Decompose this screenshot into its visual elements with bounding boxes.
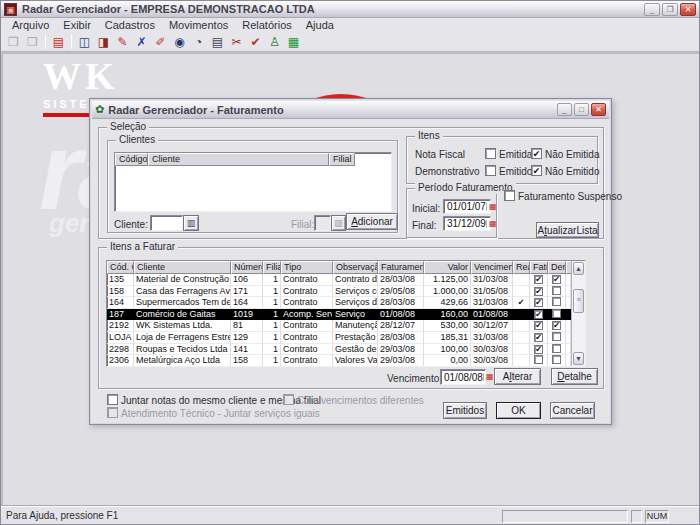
usuario-button[interactable]: ♙ [265,33,284,50]
grid-col-dem-[interactable]: Dem. [548,261,566,274]
grid-row-2306[interactable]: 2306Metalúrgica Aço Ltda1581ContratoValo… [107,355,571,366]
dialog-close-button[interactable]: ✕ [591,103,606,116]
relatorio-button[interactable]: ▤ [208,33,227,50]
dem-checkbox[interactable]: ✔ [552,275,561,284]
grid-col-cod-cl[interactable]: Cód. Cl [107,261,134,274]
dem-checkbox[interactable] [552,297,561,306]
nf-emitida-checkbox[interactable] [485,148,496,159]
dem-checkbox[interactable]: ✔ [552,321,561,330]
dem-checkbox[interactable] [552,332,561,341]
faturamento-suspenso-checkbox[interactable] [504,190,515,201]
confirmar-button[interactable]: ✔ [246,33,265,50]
detalhe-button[interactable]: Detalhe [551,368,598,385]
grid-col-reaj-[interactable]: Reaj. [513,261,530,274]
grid-vertical-scrollbar[interactable]: ▲ ≡ ▼ [571,261,585,366]
dialog-maximize-button[interactable]: □ [574,103,589,116]
ajuste-button[interactable]: ✐ [151,33,170,50]
menu-exibir[interactable]: Exibir [56,18,98,32]
visualizar-button[interactable]: ◉ [170,33,189,50]
ferramentas-button[interactable]: ✂ [227,33,246,50]
empresa-button[interactable]: ▤ [49,33,68,50]
grid-col-filial[interactable]: Filial [263,261,281,274]
grid-col-vencimento[interactable]: Vencimento [471,261,513,274]
plano-contas-button[interactable]: ◫ [75,33,94,50]
cancelar-nota-button[interactable]: ✗ [132,33,151,50]
menu-movimentos[interactable]: Movimentos [162,18,235,32]
plano-contas-icon: ◫ [79,36,90,48]
menu-ajuda[interactable]: Ajuda [299,18,341,32]
cell-faturamento: 28/03/08 [378,274,424,286]
status-bar: Para Ajuda, pressione F1 NUM [1,506,699,524]
dem-nao-emitido-checkbox[interactable]: ✔ [531,165,542,176]
cliente-input[interactable] [150,215,183,231]
cliente-lookup-button[interactable]: ▥ [183,215,199,231]
fatur-checkbox[interactable]: ✔ [534,321,543,330]
monitor-button[interactable]: ▦ [284,33,303,50]
clientes-col-cliente[interactable]: Cliente [148,153,329,166]
juntar-notas-checkbox[interactable] [107,394,118,405]
dem-checkbox[interactable] [552,344,561,353]
editar-nota-button[interactable]: ✎ [113,33,132,50]
inicial-date-input[interactable]: 01/01/07 ▦ [443,199,491,214]
clientes-col-filial[interactable]: Filial [329,153,355,166]
calendar-icon[interactable]: ▦ [486,220,497,228]
cell-dem-checkbox: ✔ [548,274,566,286]
close-button[interactable]: ✕ [680,3,696,16]
grid-col-cliente[interactable]: Cliente [134,261,231,274]
fatur-checkbox[interactable]: ✔ [534,275,543,284]
alterar-button[interactable]: Alterar [494,368,541,385]
final-date-input[interactable]: 31/12/09 ▦ [443,216,491,231]
cell-cod: 135 [107,274,134,286]
scrollbar-thumb[interactable]: ≡ [573,289,584,313]
fatur-checkbox[interactable]: ✔ [534,333,543,342]
restore-button[interactable]: ❐ [662,3,678,16]
cell-cod: 158 [107,286,134,298]
grid-col-fatur-[interactable]: Fatur. [530,261,548,274]
cronometro-button[interactable]: ◔ [189,33,208,50]
dem-checkbox[interactable] [552,355,561,364]
cell-cliente: WK Sistemas Ltda. [134,320,231,332]
fatur-checkbox[interactable]: ✔ [534,310,543,319]
nf-nao-emitida-checkbox[interactable]: ✔ [531,148,542,159]
clientes-col-codigo[interactable]: Código [115,153,148,166]
lancamentos-button[interactable]: ◨ [94,33,113,50]
grid-row-2298[interactable]: 2298Roupas e Tecidos Ltda1411ContratoGes… [107,344,571,356]
grid-col-valor[interactable]: Valor [424,261,471,274]
calendar-icon[interactable]: ▦ [483,373,494,381]
grid-col-faturamento[interactable]: Faturamento [378,261,424,274]
adicionar-button[interactable]: Adicionar [346,213,398,230]
grid-col-numero-c[interactable]: Número/C [231,261,263,274]
fatur-checkbox[interactable]: ✔ [534,287,543,296]
scroll-down-button[interactable]: ▼ [573,352,584,365]
fatur-checkbox[interactable]: ✔ [534,298,543,307]
grid-row-2192[interactable]: 2192WK Sistemas Ltda.811ContratoManutenç… [107,320,571,332]
dem-checkbox[interactable] [552,286,561,295]
grid-col-observacao[interactable]: Observação [333,261,378,274]
grid-row-158[interactable]: 158Casa das Ferragens Avenid1711Contrato… [107,286,571,298]
inicial-date-value: 01/01/07 [447,201,486,212]
cancelar-button[interactable]: Cancelar [550,402,595,419]
dialog-minimize-button[interactable]: _ [557,103,572,116]
ok-button[interactable]: OK [496,402,541,419]
grid-col-tipo[interactable]: Tipo [281,261,333,274]
fatur-checkbox[interactable] [534,355,543,364]
minimize-button[interactable]: _ [644,3,660,16]
vencimento-date-input[interactable]: 01/08/08 ▦ [440,369,486,385]
menu-relatorios[interactable]: Relatórios [235,18,299,32]
fatur-checkbox[interactable]: ✔ [534,345,543,354]
grid-row-164[interactable]: 164Supermercados Tem de Tud1641ContratoS… [107,297,571,309]
atualizar-lista-button[interactable]: Atualizar Lista [536,222,599,238]
calendar-icon[interactable]: ▦ [486,203,497,211]
grid-row-187[interactable]: 187Comércio de Gaitas10191Acomp. Serv.Se… [107,309,571,321]
dem-emitido-checkbox[interactable] [485,165,496,176]
menu-cadastros[interactable]: Cadastros [98,18,162,32]
cell-tipo: Contrato [281,286,333,298]
menu-arquivo[interactable]: Arquivo [5,18,56,32]
grid-row-135[interactable]: 135Material de Construção Telh1061Contra… [107,274,571,286]
clientes-table[interactable]: CódigoClienteFilial [114,152,392,212]
itens-grid[interactable]: Cód. ClClienteNúmero/CFilialTipoObservaç… [106,260,586,367]
dem-checkbox[interactable] [552,309,561,318]
emitidos-button[interactable]: Emitidos [443,402,487,419]
grid-row-LOJA[interactable]: LOJALoja de Ferragens Estrela d1291Contr… [107,332,571,344]
scroll-up-button[interactable]: ▲ [573,262,584,275]
